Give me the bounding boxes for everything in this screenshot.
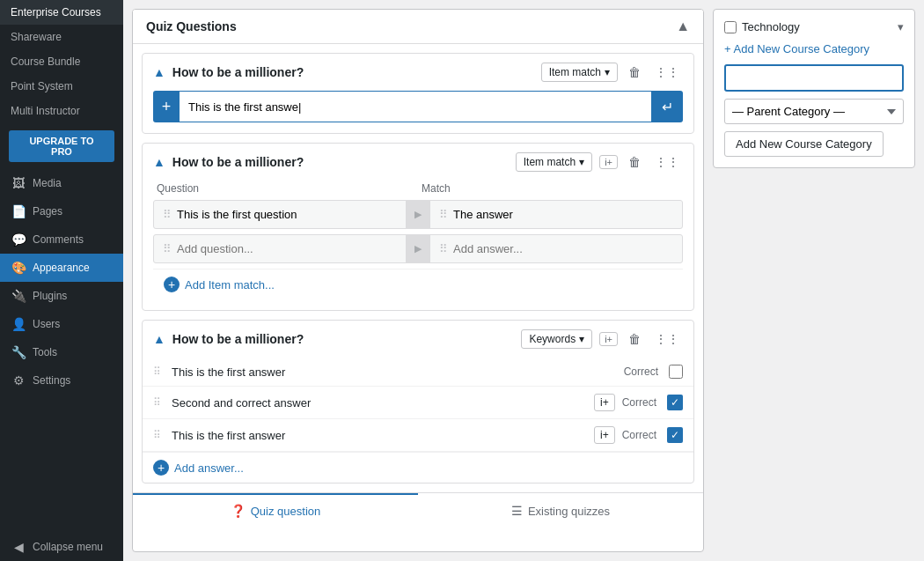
question-type-label-1: Item match	[549, 66, 601, 78]
drag-icon-q1[interactable]: ⠿	[163, 208, 172, 221]
technology-checkbox[interactable]	[724, 21, 737, 33]
sidebar-item-comments[interactable]: 💬 Comments	[0, 225, 123, 254]
keyword-row-2: ⠿ Second and correct answer i+ Correct ✓	[143, 387, 693, 419]
answer-text-input[interactable]	[180, 91, 651, 122]
match-question-text-1: This is the first question	[177, 208, 297, 221]
tools-icon: 🔧	[11, 344, 26, 360]
type-chevron-icon-2: ▾	[579, 156, 584, 168]
add-item-plus-icon: +	[164, 277, 180, 292]
sidebar-item-shareware[interactable]: Shareware	[0, 25, 123, 49]
bottom-tabs: ❓ Quiz question ☰ Existing quizzes	[133, 492, 703, 527]
match-question-cell-2: ⠿	[154, 235, 406, 262]
technology-dropdown-button[interactable]: ▾	[898, 20, 904, 33]
match-question-cell-1: ⠿ This is the first question	[154, 201, 406, 228]
match-answer-text-1: The answer	[453, 208, 513, 221]
sidebar-item-tools[interactable]: 🔧 Tools	[0, 338, 123, 366]
question-header-2: ▲ How to be a millioner? Item match ▾ i+…	[143, 144, 693, 181]
answer-submit-button[interactable]: ↵	[651, 91, 683, 122]
match-arrow-2: ▶	[406, 235, 430, 262]
type-chevron-icon-1: ▾	[605, 66, 610, 78]
answer-add-icon[interactable]: +	[153, 91, 180, 122]
match-question-input-2[interactable]	[177, 242, 397, 255]
question-collapse-icon-3[interactable]: ▲	[153, 332, 165, 346]
question-type-label-2: Item match	[524, 156, 576, 168]
question-delete-button-1[interactable]: 🗑	[625, 63, 644, 81]
sidebar-item-enterprise-courses[interactable]: Enterprise Courses	[0, 0, 123, 25]
match-col-header: Match	[418, 181, 683, 196]
question-text-3: How to be a millioner?	[172, 332, 304, 346]
question-drag-button-1[interactable]: ⋮⋮	[651, 63, 683, 81]
sidebar-item-settings[interactable]: ⚙ Settings	[0, 366, 123, 395]
question-drag-button-3[interactable]: ⋮⋮	[651, 330, 683, 348]
match-answer-cell-1: ⠿ The answer	[430, 201, 682, 228]
category-name-input[interactable]	[724, 64, 904, 92]
add-answer-button[interactable]: + Add answer...	[143, 452, 693, 483]
parent-category-select[interactable]: — Parent Category —	[724, 99, 904, 124]
drag-icon-a1[interactable]: ⠿	[439, 208, 448, 221]
tab-quiz-question-label: Quiz question	[251, 505, 321, 518]
technology-row: Technology ▾	[724, 20, 904, 33]
keyword-check-3[interactable]: ✓	[667, 427, 683, 443]
existing-quizzes-icon: ☰	[511, 504, 523, 518]
add-item-match-button[interactable]: + Add Item match...	[153, 269, 683, 299]
tab-quiz-question[interactable]: ❓ Quiz question	[133, 493, 418, 527]
sidebar-item-collapse[interactable]: ◀ Collapse menu	[0, 533, 123, 561]
match-row-1: ⠿ This is the first question ▶ ⠿ The ans…	[153, 200, 683, 229]
sidebar-item-plugins[interactable]: 🔌 Plugins	[0, 282, 123, 310]
sidebar: Enterprise Courses Shareware Course Bund…	[0, 0, 123, 561]
question-block-1: ▲ How to be a millioner? Item match ▾ 🗑 …	[142, 53, 694, 134]
question-collapse-icon-2[interactable]: ▲	[153, 155, 165, 169]
technology-label: Technology	[742, 20, 800, 33]
tab-existing-quizzes[interactable]: ☰ Existing quizzes	[418, 493, 703, 527]
question-title-2: ▲ How to be a millioner?	[153, 155, 304, 169]
drag-icon-a2[interactable]: ⠿	[439, 242, 448, 255]
keyword-drag-icon-3[interactable]: ⠿	[153, 429, 161, 441]
question-delete-button-2[interactable]: 🗑	[625, 153, 644, 171]
right-panel: Technology ▾ + Add New Course Category —…	[713, 9, 915, 552]
sidebar-item-multi-instructor[interactable]: Multi Instructor	[0, 99, 123, 123]
quiz-panel-collapse-button[interactable]: ▲	[676, 18, 690, 34]
upgrade-button[interactable]: UPGRADE TO PRO	[9, 130, 114, 162]
media-icon: 🖼	[11, 175, 26, 191]
question-type-badge-2[interactable]: Item match ▾	[516, 152, 592, 172]
question-delete-button-3[interactable]: 🗑	[625, 330, 644, 348]
keyword-correct-label-2: Correct	[622, 396, 656, 409]
question-info-button-2[interactable]: i+	[599, 155, 618, 169]
question-header-3: ▲ How to be a millioner? Keywords ▾ i+ 🗑…	[143, 321, 693, 358]
add-new-course-category-button[interactable]: Add New Course Category	[724, 131, 884, 157]
tab-existing-quizzes-label: Existing quizzes	[528, 505, 610, 518]
keyword-drag-icon-2[interactable]: ⠿	[153, 396, 161, 409]
add-item-label: Add Item match...	[185, 278, 275, 292]
sidebar-item-media[interactable]: 🖼 Media	[0, 169, 123, 197]
quiz-question-icon: ❓	[231, 504, 246, 518]
settings-icon: ⚙	[11, 373, 26, 388]
quiz-panel-body: ▲ How to be a millioner? Item match ▾ 🗑 …	[133, 44, 703, 492]
add-answer-label: Add answer...	[174, 461, 244, 475]
question-controls-3: Keywords ▾ i+ 🗑 ⋮⋮	[521, 329, 683, 349]
question-type-badge-3[interactable]: Keywords ▾	[521, 329, 592, 349]
sidebar-item-course-bundle[interactable]: Course Bundle	[0, 49, 123, 74]
keyword-info-button-3[interactable]: i+	[594, 426, 615, 444]
question-controls-1: Item match ▾ 🗑 ⋮⋮	[541, 63, 683, 82]
users-icon: 👤	[11, 316, 26, 332]
keyword-checkbox-1[interactable]	[669, 365, 683, 379]
quiz-panel-title: Quiz Questions	[146, 19, 237, 33]
sidebar-item-point-system[interactable]: Point System	[0, 74, 123, 99]
keyword-drag-icon-1[interactable]: ⠿	[153, 365, 161, 378]
match-answer-input-2[interactable]	[453, 242, 673, 255]
keyword-info-button-2[interactable]: i+	[594, 394, 615, 411]
question-title-1: ▲ How to be a millioner?	[153, 65, 304, 79]
question-header-1: ▲ How to be a millioner? Item match ▾ 🗑 …	[143, 54, 693, 91]
sidebar-item-appearance[interactable]: 🎨 Appearance	[0, 254, 123, 282]
question-drag-button-2[interactable]: ⋮⋮	[651, 153, 683, 171]
add-new-course-category-link[interactable]: + Add New Course Category	[724, 42, 904, 55]
keyword-check-2[interactable]: ✓	[667, 395, 683, 410]
quiz-panel: Quiz Questions ▲ ▲ How to be a millioner…	[132, 9, 704, 552]
question-info-button-3[interactable]: i+	[599, 332, 618, 346]
keyword-correct-label-3: Correct	[622, 429, 656, 441]
sidebar-item-pages[interactable]: 📄 Pages	[0, 197, 123, 225]
sidebar-item-users[interactable]: 👤 Users	[0, 310, 123, 338]
drag-icon-q2[interactable]: ⠿	[163, 242, 172, 255]
question-collapse-icon-1[interactable]: ▲	[153, 65, 165, 79]
question-type-badge-1[interactable]: Item match ▾	[541, 63, 618, 82]
